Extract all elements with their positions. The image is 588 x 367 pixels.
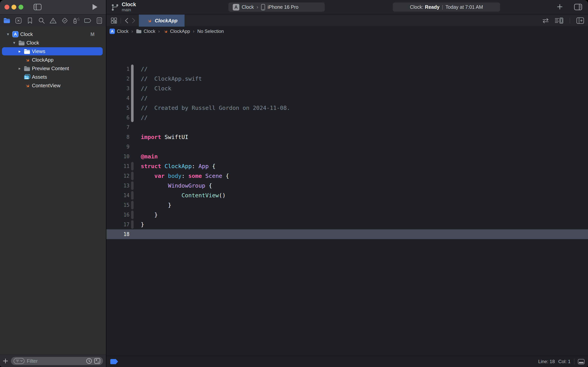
code-line-15[interactable]: 15 } [106, 200, 588, 210]
bottom-bar-toggle-icon[interactable] [578, 359, 585, 364]
toolbar: Clock main A Clock › iPhone 16 Pro Clock… [0, 0, 588, 14]
code-line-2[interactable]: 2// ClockApp.swift [106, 74, 588, 83]
recent-files-icon[interactable] [86, 358, 92, 364]
run-destination-picker[interactable]: A Clock › iPhone 16 Pro [228, 2, 325, 12]
disclosure-right-icon[interactable]: ▸ [16, 49, 23, 54]
changes-navigator-icon[interactable] [15, 17, 22, 24]
change-bar [131, 113, 134, 122]
breakpoints-toggle[interactable] [110, 359, 118, 364]
code-line-9[interactable]: 9 [106, 142, 588, 152]
filter-placeholder: Filter [27, 358, 84, 364]
find-navigator-icon[interactable] [38, 17, 45, 24]
breadcrumb-selection[interactable]: No Selection [197, 29, 224, 34]
go-forward-icon[interactable] [131, 17, 136, 24]
breadcrumb-project[interactable]: A Clock [109, 29, 128, 34]
line-number[interactable]: 9 [106, 142, 129, 152]
line-number[interactable]: 14 [106, 191, 129, 200]
tab-clockapp[interactable]: ClockApp [139, 15, 185, 27]
code-line-3[interactable]: 3// Clock [106, 83, 588, 93]
branch-icon [111, 2, 119, 11]
scheme-block[interactable]: Clock main [111, 1, 136, 12]
tree-item-assets[interactable]: Assets [0, 73, 106, 81]
source-control-status-icon[interactable] [94, 358, 100, 364]
destination-device: iPhone 16 Pro [268, 4, 298, 10]
minimize-button[interactable] [11, 5, 16, 9]
line-number[interactable]: 2 [106, 74, 129, 83]
code-line-14[interactable]: 14 ContentView() [106, 191, 588, 200]
bookmarks-navigator-icon[interactable] [26, 17, 34, 24]
line-number[interactable]: 8 [106, 132, 129, 142]
add-item-icon[interactable] [0, 358, 11, 364]
code-line-18[interactable]: 18 [106, 229, 588, 239]
run-button[interactable] [92, 3, 98, 10]
line-number[interactable]: 16 [106, 210, 129, 220]
source-editor[interactable]: 1//2// ClockApp.swift3// Clock4//5// Cre… [106, 63, 588, 356]
code-line-17[interactable]: 17} [106, 220, 588, 229]
sidebar-divider[interactable] [106, 0, 106, 367]
line-number[interactable]: 13 [106, 181, 129, 191]
project-navigator-icon[interactable] [3, 17, 10, 24]
line-number[interactable]: 7 [106, 123, 129, 132]
sidebar-toggle-icon[interactable] [34, 3, 42, 10]
line-number[interactable]: 12 [106, 171, 129, 181]
appstore-icon: A [109, 29, 115, 34]
code-line-12[interactable]: 12 var body: some Scene { [106, 171, 588, 181]
navigator-iconbar [0, 15, 106, 27]
tree-item-contentview[interactable]: ContentView [0, 81, 106, 90]
related-items-icon[interactable] [110, 17, 118, 24]
code-line-8[interactable]: 8import SwiftUI [106, 132, 588, 142]
debug-navigator-icon[interactable] [73, 17, 80, 24]
line-number[interactable]: 15 [106, 200, 129, 210]
code-line-13[interactable]: 13 WindowGroup { [106, 181, 588, 191]
line-number[interactable]: 11 [106, 161, 129, 171]
tree-item-preview-content[interactable]: ▸Preview Content [0, 64, 106, 73]
zoom-button[interactable] [18, 5, 23, 9]
sidebar-filter-bar: Filter [0, 355, 106, 367]
swap-editors-icon[interactable] [542, 18, 549, 24]
line-number[interactable]: 6 [106, 113, 129, 123]
code-line-1[interactable]: 1// [106, 64, 588, 74]
code-line-6[interactable]: 6// [106, 113, 588, 123]
code-line-10[interactable]: 10@main [106, 152, 588, 161]
code-line-5[interactable]: 5// Created by Russell Gordon on 2024-11… [106, 103, 588, 113]
breadcrumb-group[interactable]: Clock [136, 29, 155, 34]
library-plus-button[interactable] [556, 3, 563, 10]
close-button[interactable] [4, 5, 9, 9]
line-number[interactable]: 5 [106, 103, 129, 113]
tree-item-views[interactable]: ▸Views [0, 47, 106, 56]
inspector-toggle-icon[interactable] [574, 3, 582, 10]
breadcrumb-file[interactable]: ClockApp [163, 29, 190, 34]
activity-status[interactable]: Clock: Ready | Today at 7:01 AM [393, 2, 500, 12]
line-number[interactable]: 3 [106, 83, 129, 93]
fold-ribbon [131, 210, 134, 219]
issues-navigator-icon[interactable] [49, 17, 57, 24]
code-line-4[interactable]: 4// [106, 93, 588, 103]
code-line-7[interactable]: 7 [106, 123, 588, 132]
disclosure-down-icon[interactable]: ▾ [5, 32, 11, 37]
disclosure-right-icon[interactable]: ▸ [16, 66, 23, 71]
line-number[interactable]: 17 [106, 220, 129, 229]
navigation-row: ClockApp [0, 15, 588, 27]
breakpoints-navigator-icon[interactable] [84, 17, 92, 24]
swift-file-icon [146, 17, 152, 24]
code-line-11[interactable]: 11struct ClockApp: App { [106, 161, 588, 171]
toolbar-sidebar-section [0, 0, 106, 14]
tests-navigator-icon[interactable] [61, 17, 68, 24]
tree-item-clock[interactable]: ▾Clock [0, 39, 106, 47]
add-editor-icon[interactable] [576, 17, 584, 24]
assets-icon [24, 74, 30, 80]
line-number[interactable]: 4 [106, 93, 129, 103]
code-text: } [141, 210, 158, 220]
line-number[interactable]: 18 [106, 229, 129, 239]
tree-item-clock[interactable]: ▾AClockM [0, 30, 106, 39]
reports-navigator-icon[interactable] [96, 17, 103, 24]
filter-field[interactable]: Filter [11, 357, 103, 365]
tree-item-clockapp[interactable]: ClockApp [0, 56, 106, 64]
line-number[interactable]: 1 [106, 64, 129, 74]
line-number[interactable]: 10 [106, 152, 129, 161]
go-back-icon[interactable] [124, 17, 129, 24]
editor-options-icon[interactable] [554, 17, 563, 24]
code-text: // ClockApp.swift [141, 74, 202, 83]
disclosure-down-icon[interactable]: ▾ [11, 41, 17, 45]
code-line-16[interactable]: 16 } [106, 210, 588, 220]
